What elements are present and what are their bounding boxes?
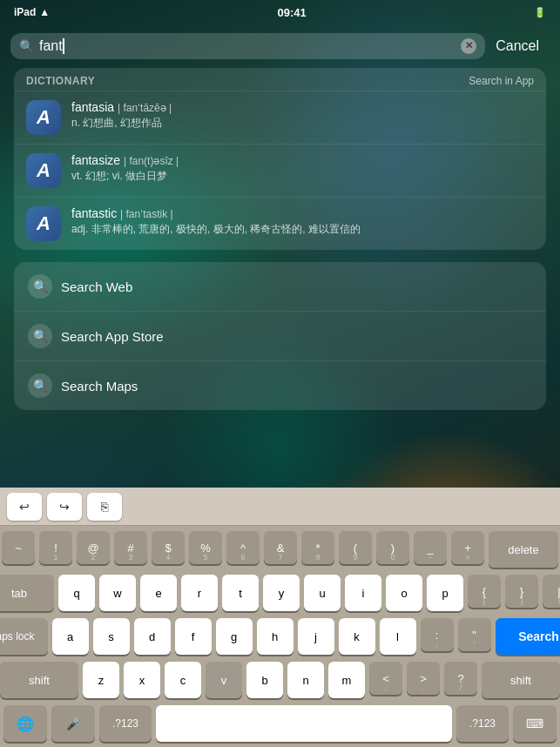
key-lt[interactable]: <,: [369, 662, 402, 695]
key-z[interactable]: z: [83, 662, 119, 698]
key-1[interactable]: !1: [39, 531, 72, 564]
dict-item-fantastic[interactable]: A fantastic | fanˈtastik | adj. 非常棒的, 荒唐…: [14, 197, 546, 250]
key-j[interactable]: j: [298, 618, 334, 655]
key-c[interactable]: c: [165, 662, 201, 698]
status-left: iPad ▲: [14, 6, 50, 18]
key-semicolon[interactable]: :;: [421, 618, 454, 651]
key-3[interactable]: #3: [114, 531, 147, 564]
key-y[interactable]: y: [263, 575, 300, 611]
dict-def-fantasia: n. 幻想曲, 幻想作品: [71, 116, 534, 131]
battery-icon: 🔋: [534, 7, 546, 18]
search-web-option[interactable]: 🔍 Search Web: [14, 262, 546, 311]
key-0[interactable]: )0: [376, 531, 409, 564]
dictionary-section: DICTIONARY Search in App A fantasia | fa…: [14, 68, 546, 250]
search-return-key[interactable]: Search: [496, 618, 561, 655]
search-maps-label: Search Maps: [61, 379, 138, 394]
key-p[interactable]: p: [427, 575, 463, 611]
mic-key[interactable]: 🎤: [51, 705, 95, 742]
key-pipe[interactable]: |\: [543, 575, 560, 608]
key-minus[interactable]: _-: [414, 531, 447, 564]
key-9[interactable]: (9: [339, 531, 372, 564]
key-l[interactable]: l: [380, 618, 416, 655]
dict-content-fantastic: fantastic | fanˈtastik | adj. 非常棒的, 荒唐的,…: [71, 206, 534, 237]
key-m[interactable]: m: [328, 662, 365, 698]
key-b[interactable]: b: [246, 662, 283, 698]
key-k[interactable]: k: [339, 618, 375, 655]
key-t[interactable]: t: [222, 575, 259, 611]
content-area: DICTIONARY Search in App A fantasia | fa…: [0, 68, 560, 410]
dict-item-fantasize[interactable]: A fantasize | fan(t)əsīz | vt. 幻想; vi. 做…: [14, 144, 546, 197]
key-8[interactable]: *8: [301, 531, 334, 564]
key-slash[interactable]: ?/: [444, 662, 477, 695]
num123-right-key[interactable]: .?123: [456, 705, 509, 742]
search-input-container[interactable]: 🔍 fant ✕: [10, 33, 485, 60]
key-e[interactable]: e: [140, 575, 177, 611]
cursor: [63, 38, 64, 54]
status-bar: iPad ▲ 09:41 🔋: [0, 0, 560, 24]
key-f[interactable]: f: [175, 618, 212, 655]
key-h[interactable]: h: [257, 618, 293, 655]
key-r[interactable]: r: [181, 575, 218, 611]
key-brace-right[interactable]: }]: [505, 575, 538, 608]
key-n[interactable]: n: [287, 662, 324, 698]
bottom-letter-row: shift z x c v b n m <, >. ?/ shift: [3, 662, 557, 698]
dict-def-fantastic: adj. 非常棒的, 荒唐的, 极快的, 极大的, 稀奇古怪的, 难以置信的: [71, 222, 534, 237]
key-x[interactable]: x: [124, 662, 160, 698]
key-2[interactable]: @2: [77, 531, 110, 564]
hide-keyboard-key[interactable]: ⌨: [513, 705, 557, 742]
key-brace-left[interactable]: {[: [468, 575, 501, 608]
key-4[interactable]: $4: [152, 531, 185, 564]
search-input[interactable]: fant: [39, 38, 455, 55]
status-right: 🔋: [534, 7, 546, 18]
keyboard: ↩ ↪ ⎘ ~ !1 @2 #3 $4 %5 ^6 &7 *8 (9 )0 _-…: [0, 488, 560, 747]
clear-button[interactable]: ✕: [461, 38, 476, 54]
key-i[interactable]: i: [345, 575, 381, 611]
key-w[interactable]: w: [99, 575, 136, 611]
num123-left-key[interactable]: .?123: [99, 705, 152, 742]
shift-left-key[interactable]: shift: [0, 662, 78, 698]
key-o[interactable]: o: [386, 575, 422, 611]
search-appstore-label: Search App Store: [61, 329, 164, 344]
key-gt[interactable]: >.: [407, 662, 440, 695]
dict-icon-fantasia: A: [26, 100, 61, 135]
key-q[interactable]: q: [58, 575, 95, 611]
key-v[interactable]: v: [206, 662, 242, 698]
qwerty-row: tab q w e r t y u i o p {[ }] |\: [3, 575, 557, 611]
search-in-app-button[interactable]: Search in App: [469, 75, 534, 87]
delete-key[interactable]: delete: [489, 531, 558, 568]
key-u[interactable]: u: [304, 575, 341, 611]
dict-word-fantasia: fantasia | fanˈtāzēə |: [71, 100, 534, 114]
key-7[interactable]: &7: [264, 531, 297, 564]
undo-button[interactable]: ↩: [7, 493, 42, 521]
key-a[interactable]: a: [52, 618, 89, 655]
paste-button[interactable]: ⎘: [87, 493, 122, 521]
search-query-text: fant: [39, 38, 63, 53]
key-s[interactable]: s: [93, 618, 130, 655]
globe-key[interactable]: 🌐: [3, 705, 47, 742]
key-d[interactable]: d: [134, 618, 171, 655]
dict-content-fantasize: fantasize | fan(t)əsīz | vt. 幻想; vi. 做白日…: [71, 153, 534, 184]
key-quote[interactable]: "': [458, 618, 491, 651]
dictionary-label: DICTIONARY: [26, 75, 95, 87]
search-magnifier-icon: 🔍: [19, 39, 34, 53]
keyboard-rows: ~ !1 @2 #3 $4 %5 ^6 &7 *8 (9 )0 _- += de…: [0, 526, 560, 744]
redo-button[interactable]: ↪: [47, 493, 82, 521]
bottom-system-row: 🌐 🎤 .?123 .?123 ⌨: [3, 705, 557, 742]
key-tilde[interactable]: ~: [2, 531, 35, 564]
search-maps-icon: 🔍: [28, 374, 52, 398]
cancel-button[interactable]: Cancel: [485, 38, 550, 54]
key-g[interactable]: g: [216, 618, 253, 655]
space-key[interactable]: [156, 705, 452, 742]
key-5[interactable]: %5: [189, 531, 222, 564]
dict-content-fantasia: fantasia | fanˈtāzēə | n. 幻想曲, 幻想作品: [71, 100, 534, 131]
dict-item-fantasia[interactable]: A fantasia | fanˈtāzēə | n. 幻想曲, 幻想作品: [14, 91, 546, 144]
caps-lock-key[interactable]: caps lock: [0, 618, 48, 655]
key-6[interactable]: ^6: [226, 531, 260, 564]
tab-key[interactable]: tab: [0, 575, 54, 611]
search-appstore-option[interactable]: 🔍 Search App Store: [14, 311, 546, 360]
search-maps-option[interactable]: 🔍 Search Maps: [14, 360, 546, 410]
key-equal[interactable]: +=: [451, 531, 484, 564]
dictionary-header: DICTIONARY Search in App: [14, 68, 546, 91]
wifi-icon: ▲: [39, 6, 50, 18]
shift-right-key[interactable]: shift: [482, 662, 560, 698]
